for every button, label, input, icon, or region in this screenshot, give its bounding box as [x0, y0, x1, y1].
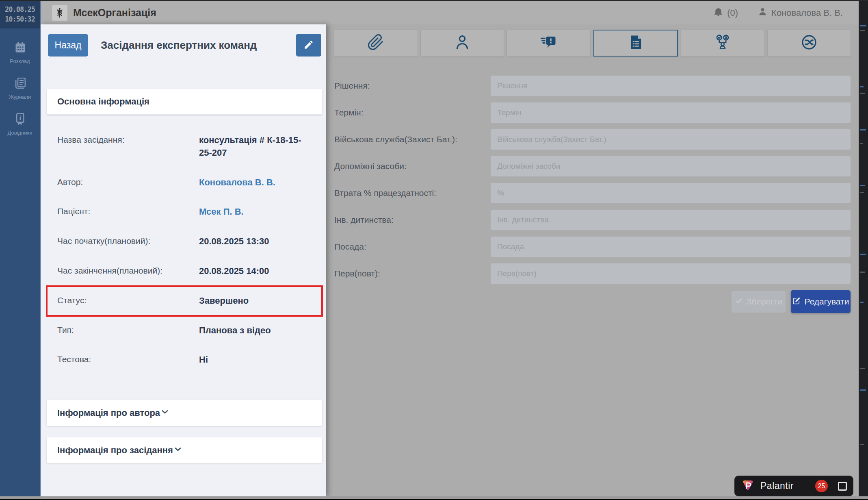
field-label: Перв(повт):	[334, 269, 491, 278]
row-label: Автор:	[57, 176, 199, 187]
protocol-form: Рішення: Термін: Військова служба(Захист…	[334, 76, 851, 284]
clock-time: 10:50:32	[0, 15, 40, 24]
info-rows: Назва засідання: консультація # К-18-15-…	[47, 115, 322, 386]
app-title: МсекОрганізація	[73, 7, 156, 19]
notification-count: (0)	[727, 8, 738, 18]
capacity-loss-input	[491, 183, 851, 203]
field-label: Допоміжні засоби:	[334, 161, 491, 171]
palantir-window-icon[interactable]	[838, 482, 847, 491]
paperclip-icon	[367, 34, 384, 52]
field-decision: Рішення:	[334, 76, 851, 96]
field-childhood-disability: Інв. дитинства:	[334, 210, 851, 230]
palantir-widget: Palantir 25	[734, 476, 853, 496]
military-service-input	[491, 129, 851, 150]
back-button[interactable]: Назад	[48, 34, 88, 57]
user-menu[interactable]: Коновалова В. В.	[758, 7, 843, 19]
tab-comments[interactable]	[507, 30, 590, 57]
field-military-service: Військова служба(Захист Бат.):	[334, 129, 851, 150]
row-label: Тестова:	[57, 354, 199, 364]
notifications-button[interactable]: (0)	[713, 7, 738, 19]
sidebar-item-label: Розклад	[10, 58, 30, 64]
sidebar-item-label: Журнали	[9, 94, 31, 100]
user-icon	[758, 7, 768, 19]
position-input	[491, 237, 851, 257]
row-status-highlighted: Статус: Завершено	[47, 286, 322, 316]
document-list-icon	[627, 34, 644, 52]
meeting-info-collapsible[interactable]: Інформація про засідання	[47, 437, 322, 463]
journals-icon	[13, 76, 27, 91]
shuffle-icon	[801, 34, 818, 52]
row-end-time: Час закінчення(плановий): 20.08.2025 14:…	[47, 257, 322, 286]
save-label: Зберегти	[747, 297, 783, 307]
main-info-section: Основна інформація Назва засідання: конс…	[47, 89, 322, 386]
window-top-edge	[0, 0, 868, 1]
tab-participants[interactable]	[421, 30, 504, 57]
brand: МсекОрганізація	[52, 5, 156, 21]
edit-button[interactable]: Редагувати	[791, 290, 851, 313]
field-aux-means: Допоміжні засоби:	[334, 156, 851, 176]
row-label: Назва засідання:	[57, 134, 199, 145]
field-label: Рішення:	[334, 81, 491, 91]
patient-link[interactable]: Мсек П. В.	[199, 206, 314, 218]
sidebar-item-directories[interactable]: Довідники	[0, 112, 40, 136]
row-value: Ні	[199, 354, 314, 366]
collapsible-title: Інформація про засідання	[57, 445, 173, 456]
tab-attachments[interactable]	[334, 30, 418, 57]
header-right: (0) Коновалова В. В.	[713, 7, 843, 19]
field-position: Посада:	[334, 237, 851, 257]
section-title: Основна інформація	[47, 89, 322, 115]
term-input	[491, 102, 851, 123]
user-name: Коновалова В. В.	[771, 8, 843, 18]
childhood-disability-input	[491, 210, 851, 230]
caduceus-icon	[52, 5, 67, 21]
palantir-name: Palantir	[760, 480, 794, 491]
primary-repeat-input	[491, 263, 851, 284]
reference-book-icon	[13, 112, 27, 127]
author-link[interactable]: Коновалова В. В.	[199, 176, 314, 189]
tab-bar	[334, 30, 851, 57]
sidebar-item-schedule[interactable]: Розклад	[0, 41, 40, 64]
field-label: Військова служба(Захист Бат.):	[334, 135, 491, 144]
palantir-badge: 25	[815, 480, 828, 492]
field-label: Термін:	[334, 108, 491, 117]
row-label: Час початку(плановий):	[57, 235, 199, 246]
side-minimap-strip[interactable]	[859, 0, 868, 500]
protocol-form-panel: Рішення: Термін: Військова служба(Захист…	[326, 24, 859, 496]
field-primary-repeat: Перв(повт):	[334, 263, 851, 284]
author-info-collapsible[interactable]: Інформація про автора	[47, 400, 322, 426]
collapsible-title: Інформація про автора	[57, 408, 160, 418]
save-button-disabled: Зберегти	[732, 291, 786, 313]
decision-input	[491, 76, 851, 96]
form-buttons: Зберегти Редагувати	[326, 290, 851, 313]
tab-protocol-active[interactable]	[593, 30, 678, 57]
chevron-down-icon	[173, 444, 183, 457]
tab-transfer[interactable]	[768, 30, 851, 57]
edit-meeting-button[interactable]	[296, 34, 321, 57]
meeting-detail-panel: Назад Засідання експертних команд Основн…	[41, 24, 326, 497]
row-label: Пацієнт:	[57, 206, 199, 216]
row-value: консультація # К-18-15-25-207	[199, 134, 314, 159]
aux-means-input	[491, 156, 851, 176]
panel-title: Засідання експертних команд	[101, 39, 257, 52]
edit-square-icon	[792, 297, 801, 307]
row-author: Автор: Коновалова В. В.	[47, 168, 322, 198]
comment-alert-icon	[540, 34, 557, 52]
field-label: Інв. дитинства:	[334, 215, 491, 225]
vote-decision-icon	[714, 34, 731, 52]
field-label: Посада:	[334, 242, 491, 252]
panel-head: Назад Засідання експертних команд	[41, 24, 326, 57]
calendar-icon	[13, 41, 27, 55]
clock-date: 20.08.25	[0, 5, 40, 15]
row-label: Тип:	[57, 324, 199, 335]
top-header: МсекОрганізація (0) Коновалова В. В.	[41, 1, 868, 24]
check-icon	[735, 297, 743, 307]
sidebar-item-label: Довідники	[8, 130, 32, 136]
palantir-logo-icon	[741, 479, 755, 493]
field-capacity-loss: Втрата % працездатності:	[334, 183, 851, 203]
status-value: Завершено	[199, 295, 314, 307]
row-type: Тип: Планова з відео	[47, 316, 322, 346]
sidebar-item-journals[interactable]: Журнали	[0, 76, 40, 100]
row-patient: Пацієнт: Мсек П. В.	[47, 197, 322, 227]
tab-decision[interactable]	[681, 30, 764, 57]
row-value: Планова з відео	[199, 324, 314, 337]
